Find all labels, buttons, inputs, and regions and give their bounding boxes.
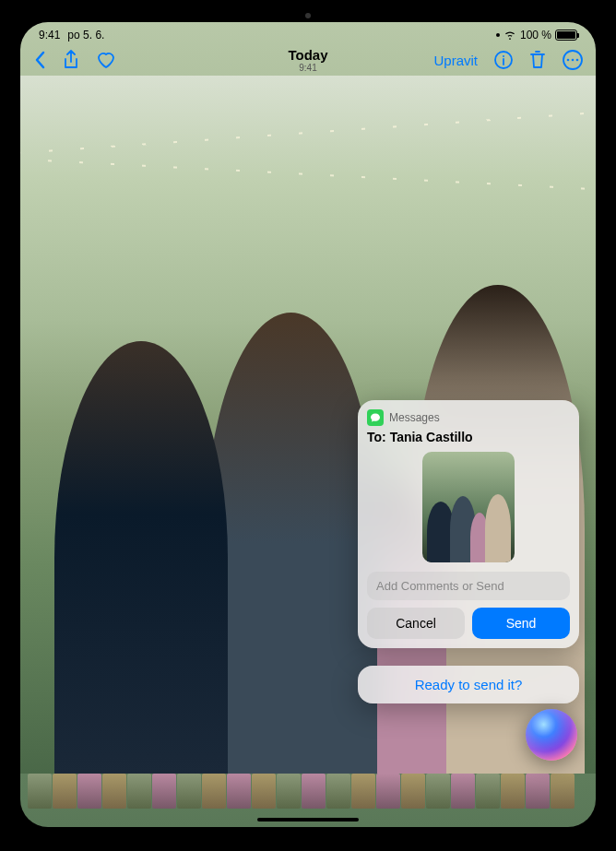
siri-orb[interactable] bbox=[526, 709, 577, 761]
thumbnail[interactable] bbox=[302, 774, 326, 809]
battery-percent: 100 % bbox=[520, 29, 551, 41]
thumbnail[interactable] bbox=[451, 774, 475, 809]
nav-bar: Today 9:41 Upravit bbox=[20, 44, 596, 76]
status-bar: 9:41 po 5. 6. 100 % bbox=[20, 22, 596, 44]
thumbnail[interactable] bbox=[551, 774, 575, 809]
screen: 9:41 po 5. 6. 100 % bbox=[20, 22, 596, 827]
siri-attachment-thumbnail[interactable] bbox=[422, 452, 515, 562]
info-button[interactable] bbox=[494, 51, 513, 69]
thumbnail[interactable] bbox=[401, 774, 425, 809]
siri-comment-input[interactable] bbox=[367, 572, 570, 600]
thumbnail[interactable] bbox=[526, 774, 550, 809]
svg-point-4 bbox=[572, 59, 575, 62]
thumbnail[interactable] bbox=[277, 774, 301, 809]
svg-point-3 bbox=[567, 59, 570, 62]
wifi-icon bbox=[503, 30, 516, 40]
siri-app-name: Messages bbox=[389, 411, 440, 424]
delete-button[interactable] bbox=[529, 50, 546, 70]
siri-share-card: Messages To: Tania Castillo Cancel Send bbox=[358, 400, 579, 648]
thumbnail[interactable] bbox=[252, 774, 276, 809]
thumbnail[interactable] bbox=[127, 774, 151, 809]
share-button[interactable] bbox=[63, 50, 79, 70]
signal-dot bbox=[496, 33, 500, 37]
thumbnail[interactable] bbox=[476, 774, 500, 809]
favorite-button[interactable] bbox=[96, 51, 116, 69]
ipad-device-frame: 9:41 po 5. 6. 100 % bbox=[0, 0, 616, 851]
page-subtitle: 9:41 bbox=[288, 63, 327, 73]
edit-button[interactable]: Upravit bbox=[433, 53, 478, 68]
svg-point-1 bbox=[503, 55, 504, 57]
thumbnail[interactable] bbox=[53, 774, 77, 809]
status-time: 9:41 bbox=[39, 29, 60, 41]
siri-recipient: To: Tania Castillo bbox=[367, 430, 570, 444]
thumbnail[interactable] bbox=[351, 774, 375, 809]
front-camera bbox=[305, 13, 311, 18]
thumbnail-strip[interactable] bbox=[20, 774, 596, 810]
more-button[interactable] bbox=[563, 50, 583, 70]
send-button[interactable]: Send bbox=[472, 608, 570, 639]
cancel-button[interactable]: Cancel bbox=[367, 608, 465, 639]
thumbnail[interactable] bbox=[102, 774, 126, 809]
battery-icon bbox=[555, 30, 577, 41]
status-date: po 5. 6. bbox=[67, 29, 104, 41]
siri-prompt-text[interactable]: Ready to send it? bbox=[358, 666, 579, 703]
thumbnail[interactable] bbox=[376, 774, 400, 809]
back-button[interactable] bbox=[33, 51, 46, 69]
thumbnail[interactable] bbox=[202, 774, 226, 809]
thumbnail[interactable] bbox=[501, 774, 525, 809]
messages-app-icon bbox=[367, 409, 384, 426]
thumbnail[interactable] bbox=[177, 774, 201, 809]
thumbnail[interactable] bbox=[28, 774, 52, 809]
thumbnail[interactable] bbox=[326, 774, 350, 809]
home-indicator[interactable] bbox=[257, 818, 359, 821]
thumbnail[interactable] bbox=[77, 774, 101, 809]
page-title: Today bbox=[288, 47, 327, 63]
svg-point-5 bbox=[576, 59, 579, 62]
thumbnail[interactable] bbox=[426, 774, 450, 809]
thumbnail[interactable] bbox=[227, 774, 251, 809]
thumbnail[interactable] bbox=[152, 774, 176, 809]
